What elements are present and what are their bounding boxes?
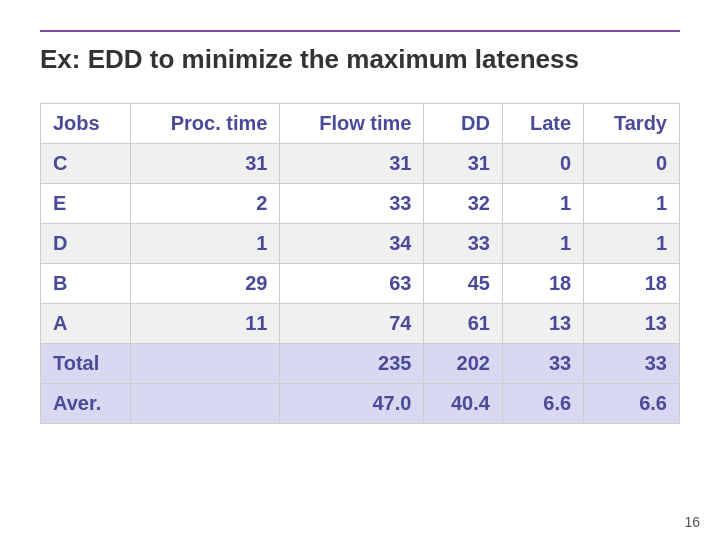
title-underline [40, 30, 680, 32]
cell-job: B [41, 264, 131, 304]
col-header-dd: DD [424, 104, 503, 144]
col-header-tardy: Tardy [584, 104, 680, 144]
col-header-late: Late [502, 104, 583, 144]
cell-late: 13 [502, 304, 583, 344]
aver-row: Aver. 47.0 40.4 6.6 6.6 [41, 384, 680, 424]
cell-aver-tardy: 6.6 [584, 384, 680, 424]
cell-proc-time: 11 [130, 304, 280, 344]
cell-late: 18 [502, 264, 583, 304]
cell-tardy: 1 [584, 184, 680, 224]
cell-aver-label: Aver. [41, 384, 131, 424]
cell-aver-late: 6.6 [502, 384, 583, 424]
cell-total-tardy: 33 [584, 344, 680, 384]
cell-job: E [41, 184, 131, 224]
total-row: Total 235 202 33 33 [41, 344, 680, 384]
table-row: E 2 33 32 1 1 [41, 184, 680, 224]
cell-job: C [41, 144, 131, 184]
cell-flow-time: 63 [280, 264, 424, 304]
col-header-jobs: Jobs [41, 104, 131, 144]
cell-job: D [41, 224, 131, 264]
cell-proc-time: 1 [130, 224, 280, 264]
col-header-flow-time: Flow time [280, 104, 424, 144]
cell-proc-time: 29 [130, 264, 280, 304]
cell-job: A [41, 304, 131, 344]
cell-flow-time: 33 [280, 184, 424, 224]
cell-late: 0 [502, 144, 583, 184]
data-table: Jobs Proc. time Flow time DD Late Tardy … [40, 103, 680, 424]
cell-flow-time: 74 [280, 304, 424, 344]
page-container: Ex: EDD to minimize the maximum lateness… [0, 0, 720, 540]
cell-dd: 45 [424, 264, 503, 304]
cell-proc-time: 2 [130, 184, 280, 224]
cell-tardy: 1 [584, 224, 680, 264]
page-number: 16 [684, 514, 700, 530]
table-row: A 11 74 61 13 13 [41, 304, 680, 344]
table-row: D 1 34 33 1 1 [41, 224, 680, 264]
cell-dd: 61 [424, 304, 503, 344]
cell-total-flow: 235 [280, 344, 424, 384]
cell-late: 1 [502, 224, 583, 264]
cell-total-label: Total [41, 344, 131, 384]
cell-tardy: 18 [584, 264, 680, 304]
page-title: Ex: EDD to minimize the maximum lateness [40, 44, 680, 75]
cell-total-proc [130, 344, 280, 384]
table-row: C 31 31 31 0 0 [41, 144, 680, 184]
cell-dd: 31 [424, 144, 503, 184]
cell-dd: 33 [424, 224, 503, 264]
cell-flow-time: 34 [280, 224, 424, 264]
title-section: Ex: EDD to minimize the maximum lateness [40, 30, 680, 85]
cell-aver-flow: 47.0 [280, 384, 424, 424]
cell-total-dd: 202 [424, 344, 503, 384]
cell-flow-time: 31 [280, 144, 424, 184]
col-header-proc-time: Proc. time [130, 104, 280, 144]
table-container: Jobs Proc. time Flow time DD Late Tardy … [40, 103, 680, 520]
cell-tardy: 13 [584, 304, 680, 344]
table-row: B 29 63 45 18 18 [41, 264, 680, 304]
cell-late: 1 [502, 184, 583, 224]
cell-tardy: 0 [584, 144, 680, 184]
cell-aver-proc [130, 384, 280, 424]
cell-dd: 32 [424, 184, 503, 224]
cell-total-late: 33 [502, 344, 583, 384]
table-header-row: Jobs Proc. time Flow time DD Late Tardy [41, 104, 680, 144]
cell-aver-dd: 40.4 [424, 384, 503, 424]
cell-proc-time: 31 [130, 144, 280, 184]
